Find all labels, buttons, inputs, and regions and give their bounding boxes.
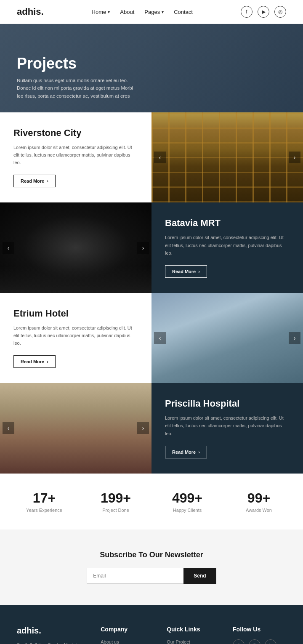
footer-youtube-icon[interactable]: ▶ (265, 639, 276, 644)
instagram-icon[interactable]: ◎ (274, 6, 286, 18)
footer-follow-col: Follow Us f ◎ ▶ CONTACT US (233, 626, 286, 644)
footer-brand-col: adhis. South Building, Sunday Market Str… (17, 626, 88, 644)
nav-pages[interactable]: Pages▾ (144, 9, 164, 15)
main-nav: Home▾ About Pages▾ Contact (92, 9, 193, 15)
footer-social-icons: f ◎ ▶ (233, 639, 286, 644)
project-title-batavia: Batavia MRT (165, 218, 290, 229)
stat-clients-number: 499+ (156, 490, 219, 506)
facebook-icon[interactable]: f (241, 6, 252, 18)
stat-years-number: 17+ (13, 490, 76, 506)
footer-grid: adhis. South Building, Sunday Market Str… (17, 626, 286, 644)
stat-awards-label: Awards Won (227, 508, 290, 513)
header-social-icons: f ▶ ◎ (241, 6, 286, 18)
project-panel-priscilla: Priscilla Hospital Lorem ipsum dolor sit… (152, 383, 303, 473)
project-image-priscilla: ‹ › (0, 383, 152, 473)
project-row-priscilla: ‹ › Priscilla Hospital Lorem ipsum dolor… (0, 383, 303, 473)
footer-company-col: Company About us Business Line Our Cultu… (101, 626, 154, 644)
hero-description: Nullam quis risus eget urna mollis ornar… (17, 77, 135, 100)
stat-projects-label: Project Done (84, 508, 147, 513)
read-more-etrium[interactable]: Read More › (13, 355, 56, 368)
newsletter-section: Subscribe To Our Newsletter Send (0, 530, 303, 605)
project-row-riverstone: Riverstone City Lorem ipsum dolor sit am… (0, 112, 303, 202)
nav-home[interactable]: Home▾ (92, 9, 110, 15)
nav-contact[interactable]: Contact (174, 9, 193, 15)
stat-awards-number: 99+ (227, 490, 290, 506)
carousel-next-etrium[interactable]: › (289, 332, 300, 344)
stat-clients-label: Happy Clients (156, 508, 219, 513)
stat-years: 17+ Years Experience (8, 490, 80, 513)
stat-projects: 199+ Project Done (80, 490, 152, 513)
project-panel-etrium: Etrium Hotel Lorem ipsum dolor sit amet,… (0, 293, 152, 383)
stats-section: 17+ Years Experience 199+ Project Done 4… (0, 474, 303, 530)
carousel-prev-etrium[interactable]: ‹ (154, 332, 166, 344)
stat-years-label: Years Experience (13, 508, 76, 513)
carousel-next-batavia[interactable]: › (137, 242, 149, 254)
newsletter-send-button[interactable]: Send (183, 568, 216, 584)
project-title-priscilla: Priscilla Hospital (165, 398, 290, 409)
footer-quicklinks-col: Quick Links Our Project Our team FAQ Kno… (167, 626, 220, 644)
project-title-etrium: Etrium Hotel (13, 308, 138, 319)
carousel-next-priscilla[interactable]: › (137, 422, 149, 434)
footer-instagram-icon[interactable]: ◎ (249, 639, 260, 644)
footer-quicklinks-title: Quick Links (167, 626, 220, 633)
project-panel-batavia: Batavia MRT Lorem ipsum dolor sit amet, … (152, 202, 303, 293)
carousel-prev-riverstone[interactable]: ‹ (154, 152, 166, 163)
project-panel-riverstone: Riverstone City Lorem ipsum dolor sit am… (0, 112, 152, 202)
newsletter-email-input[interactable] (87, 568, 183, 584)
nav-about[interactable]: About (120, 9, 134, 15)
footer-address: South Building, Sunday Market StreetKM.3… (17, 641, 88, 644)
stat-awards: 99+ Awards Won (223, 490, 295, 513)
stat-projects-number: 199+ (84, 490, 147, 506)
footer-logo: adhis. (17, 626, 88, 636)
footer-company-title: Company (101, 626, 154, 633)
project-title-riverstone: Riverstone City (13, 128, 138, 138)
hero-section: Projects Nullam quis risus eget urna mol… (0, 24, 303, 112)
site-logo[interactable]: adhis. (17, 6, 44, 17)
project-row-etrium: Etrium Hotel Lorem ipsum dolor sit amet,… (0, 293, 303, 383)
read-more-batavia[interactable]: Read More › (165, 265, 207, 278)
project-desc-etrium: Lorem ipsum dolor sit amet, consectetur … (13, 324, 138, 347)
youtube-icon[interactable]: ▶ (258, 6, 269, 18)
read-more-riverstone[interactable]: Read More › (13, 175, 56, 187)
project-image-batavia: ‹ › (0, 202, 152, 293)
project-row-batavia: ‹ › Batavia MRT Lorem ipsum dolor sit am… (0, 202, 303, 293)
newsletter-title: Subscribe To Our Newsletter (100, 551, 203, 559)
project-desc-riverstone: Lorem ipsum dolor sit amet, consectetur … (13, 144, 138, 166)
footer-facebook-icon[interactable]: f (233, 639, 245, 644)
carousel-prev-batavia[interactable]: ‹ (3, 242, 14, 254)
footer: adhis. South Building, Sunday Market Str… (0, 605, 303, 644)
footer-link-project[interactable]: Our Project (167, 639, 220, 644)
footer-follow-title: Follow Us (233, 626, 286, 633)
footer-link-about[interactable]: About us (101, 639, 154, 644)
hero-title: Projects (17, 55, 286, 72)
newsletter-form: Send (87, 568, 216, 584)
project-image-etrium: ‹ › (152, 293, 303, 383)
carousel-next-riverstone[interactable]: › (289, 152, 300, 163)
stat-clients: 499+ Happy Clients (152, 490, 223, 513)
project-desc-batavia: Lorem ipsum dolor sit amet, consectetur … (165, 234, 290, 256)
project-desc-priscilla: Lorem ipsum dolor sit amet, consectetur … (165, 414, 290, 437)
projects-grid: Riverstone City Lorem ipsum dolor sit am… (0, 112, 303, 474)
header: adhis. Home▾ About Pages▾ Contact f ▶ ◎ (0, 0, 303, 24)
read-more-priscilla[interactable]: Read More › (165, 446, 207, 458)
carousel-prev-priscilla[interactable]: ‹ (3, 422, 14, 434)
project-image-riverstone: ‹ › (152, 112, 303, 202)
